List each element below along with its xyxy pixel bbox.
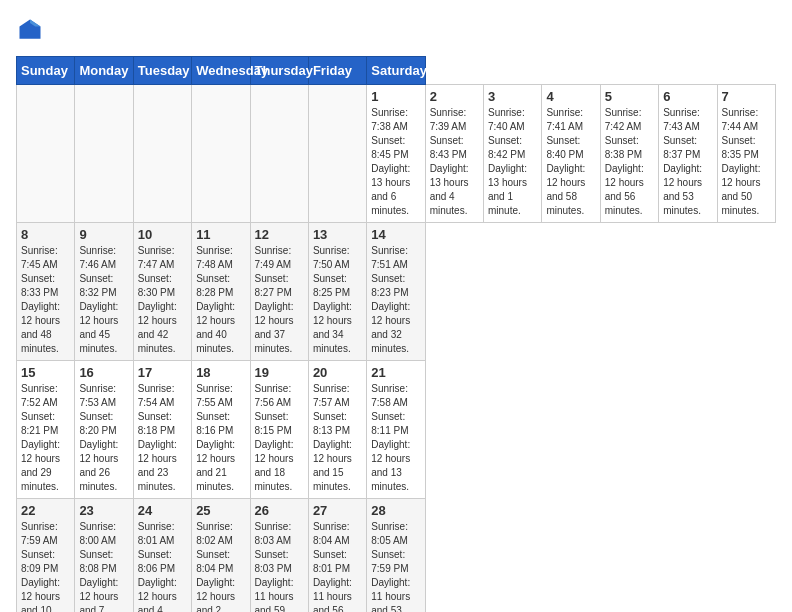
calendar-day: 23 Sunrise: 8:00 AMSunset: 8:08 PMDaylig… [75, 499, 133, 613]
calendar-day: 16 Sunrise: 7:53 AMSunset: 8:20 PMDaylig… [75, 361, 133, 499]
calendar-day: 21 Sunrise: 7:58 AMSunset: 8:11 PMDaylig… [367, 361, 425, 499]
empty-cell [17, 85, 75, 223]
calendar-day: 27 Sunrise: 8:04 AMSunset: 8:01 PMDaylig… [308, 499, 366, 613]
logo-icon [16, 16, 44, 44]
calendar-day: 14 Sunrise: 7:51 AMSunset: 8:23 PMDaylig… [367, 223, 425, 361]
calendar-day: 10 Sunrise: 7:47 AMSunset: 8:30 PMDaylig… [133, 223, 191, 361]
calendar-day: 8 Sunrise: 7:45 AMSunset: 8:33 PMDayligh… [17, 223, 75, 361]
weekday-header-monday: Monday [75, 57, 133, 85]
calendar-day: 9 Sunrise: 7:46 AMSunset: 8:32 PMDayligh… [75, 223, 133, 361]
calendar-day: 19 Sunrise: 7:56 AMSunset: 8:15 PMDaylig… [250, 361, 308, 499]
empty-cell [308, 85, 366, 223]
page-header [16, 16, 776, 44]
weekday-header-friday: Friday [308, 57, 366, 85]
calendar-day: 4 Sunrise: 7:41 AMSunset: 8:40 PMDayligh… [542, 85, 600, 223]
weekday-header-thursday: Thursday [250, 57, 308, 85]
calendar-day: 2 Sunrise: 7:39 AMSunset: 8:43 PMDayligh… [425, 85, 483, 223]
calendar-day: 3 Sunrise: 7:40 AMSunset: 8:42 PMDayligh… [484, 85, 542, 223]
weekday-header-tuesday: Tuesday [133, 57, 191, 85]
weekday-header-sunday: Sunday [17, 57, 75, 85]
weekday-header-wednesday: Wednesday [192, 57, 250, 85]
calendar-day: 15 Sunrise: 7:52 AMSunset: 8:21 PMDaylig… [17, 361, 75, 499]
calendar-day: 12 Sunrise: 7:49 AMSunset: 8:27 PMDaylig… [250, 223, 308, 361]
empty-cell [133, 85, 191, 223]
weekday-header-saturday: Saturday [367, 57, 425, 85]
calendar-table: SundayMondayTuesdayWednesdayThursdayFrid… [16, 56, 776, 612]
logo [16, 16, 48, 44]
empty-cell [250, 85, 308, 223]
calendar-day: 18 Sunrise: 7:55 AMSunset: 8:16 PMDaylig… [192, 361, 250, 499]
empty-cell [75, 85, 133, 223]
calendar-day: 20 Sunrise: 7:57 AMSunset: 8:13 PMDaylig… [308, 361, 366, 499]
calendar-day: 24 Sunrise: 8:01 AMSunset: 8:06 PMDaylig… [133, 499, 191, 613]
calendar-day: 7 Sunrise: 7:44 AMSunset: 8:35 PMDayligh… [717, 85, 776, 223]
empty-cell [192, 85, 250, 223]
calendar-day: 25 Sunrise: 8:02 AMSunset: 8:04 PMDaylig… [192, 499, 250, 613]
calendar-day: 5 Sunrise: 7:42 AMSunset: 8:38 PMDayligh… [600, 85, 658, 223]
calendar-day: 17 Sunrise: 7:54 AMSunset: 8:18 PMDaylig… [133, 361, 191, 499]
calendar-day: 26 Sunrise: 8:03 AMSunset: 8:03 PMDaylig… [250, 499, 308, 613]
calendar-day: 22 Sunrise: 7:59 AMSunset: 8:09 PMDaylig… [17, 499, 75, 613]
calendar-day: 13 Sunrise: 7:50 AMSunset: 8:25 PMDaylig… [308, 223, 366, 361]
calendar-day: 28 Sunrise: 8:05 AMSunset: 7:59 PMDaylig… [367, 499, 425, 613]
calendar-day: 11 Sunrise: 7:48 AMSunset: 8:28 PMDaylig… [192, 223, 250, 361]
calendar-day: 6 Sunrise: 7:43 AMSunset: 8:37 PMDayligh… [659, 85, 717, 223]
calendar-day: 1 Sunrise: 7:38 AMSunset: 8:45 PMDayligh… [367, 85, 425, 223]
